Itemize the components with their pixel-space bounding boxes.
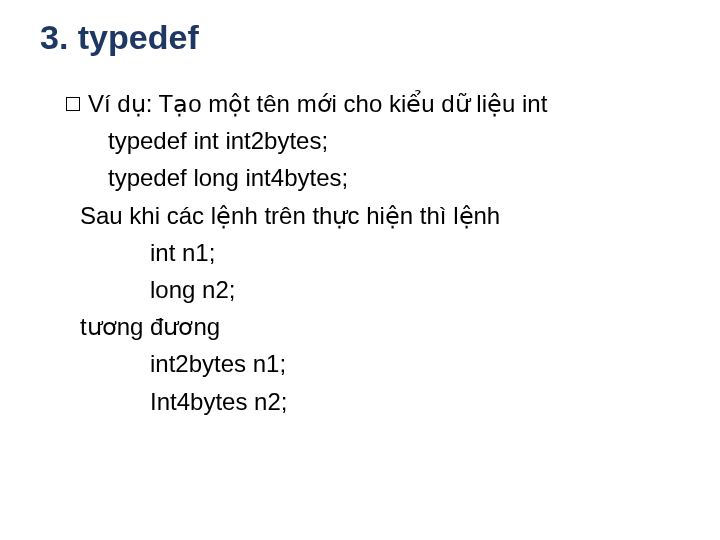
square-bullet-icon <box>66 97 80 111</box>
code-line-int4bytes-n2: Int4bytes n2; <box>66 383 700 420</box>
bullet-example: Ví dụ: Tạo một tên mới cho kiểu dữ liệu … <box>66 85 700 122</box>
text-equivalent: tương đương <box>66 308 700 345</box>
code-line-int-n1: int n1; <box>66 234 700 271</box>
bullet-text: Ví dụ: Tạo một tên mới cho kiểu dữ liệu … <box>88 90 547 117</box>
slide-title: 3. typedef <box>40 18 700 57</box>
text-after-commands: Sau khi các lệnh trên thực hiện thì lệnh <box>66 197 700 234</box>
code-line-typedef-long: typedef long int4bytes; <box>66 159 700 196</box>
code-line-long-n2: long n2; <box>66 271 700 308</box>
code-line-typedef-int: typedef int int2bytes; <box>66 122 700 159</box>
code-line-int2bytes-n1: int2bytes n1; <box>66 345 700 382</box>
slide-body: Ví dụ: Tạo một tên mới cho kiểu dữ liệu … <box>40 85 700 420</box>
slide: 3. typedef Ví dụ: Tạo một tên mới cho ki… <box>0 0 720 540</box>
